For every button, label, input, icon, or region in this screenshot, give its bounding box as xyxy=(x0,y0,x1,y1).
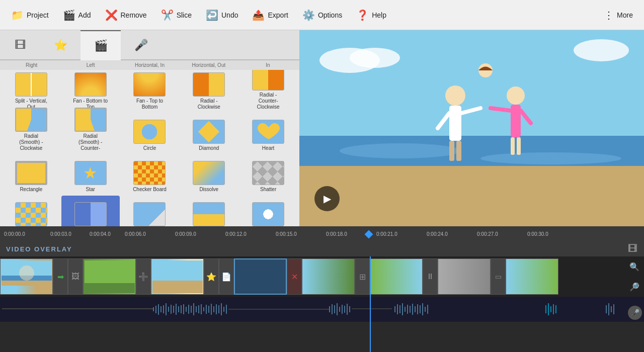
help-button[interactable]: ❓ Help xyxy=(349,6,393,24)
clip-family[interactable] xyxy=(151,258,204,295)
svg-rect-49 xyxy=(188,305,189,314)
svg-rect-83 xyxy=(412,304,413,315)
timeline-playhead xyxy=(370,256,371,352)
svg-rect-95 xyxy=(606,305,607,313)
svg-rect-78 xyxy=(399,305,400,313)
transition-thumb-roll xyxy=(193,202,225,226)
mic-button[interactable]: 🎤 xyxy=(628,306,642,320)
svg-rect-16 xyxy=(511,137,515,155)
svg-rect-84 xyxy=(415,306,416,312)
trans-img-icon: 🖼 xyxy=(71,272,79,281)
clip-5[interactable] xyxy=(302,258,355,295)
svg-rect-74 xyxy=(349,306,350,312)
transition-label-radial-ccw: Radial - Counter-Clockwise xyxy=(250,92,286,110)
tab-favorites-icon: ⭐ xyxy=(54,39,67,52)
clip-trans-grid[interactable]: ⊞ xyxy=(355,258,370,295)
col-label-horiz-out: Horizontal, Out xyxy=(179,61,238,69)
svg-rect-59 xyxy=(213,306,214,312)
trans-page-icon: 📄 xyxy=(221,272,231,282)
svg-rect-73 xyxy=(347,304,348,315)
video-overlay-label: VIDEO OVERLAY 🎞 xyxy=(0,241,644,256)
time-ruler: 0:00:00.0 0:00:03.0 0:00:04.0 0:00:06.0 … xyxy=(0,226,644,241)
more-button[interactable]: ⋮ More xyxy=(597,6,640,24)
transition-thumb-radial-s-ccw xyxy=(74,108,107,132)
clip-dark[interactable] xyxy=(234,258,287,295)
slice-button[interactable]: ✂️ Slice xyxy=(154,6,199,24)
transition-label-dissolve: Dissolve xyxy=(199,187,218,193)
clip-6[interactable] xyxy=(370,258,423,295)
svg-rect-42 xyxy=(171,305,172,314)
transition-star[interactable]: Star xyxy=(61,154,120,195)
timeline-zoom-icon[interactable]: 🔎 xyxy=(629,282,639,292)
transition-thumb-rect xyxy=(15,161,47,185)
time-mark-3: 0:00:06.0 xyxy=(125,231,146,237)
clip-grass[interactable] xyxy=(83,258,136,295)
transition-radial-ccw[interactable]: Radial - Counter-Clockwise xyxy=(239,72,297,112)
clip-8[interactable] xyxy=(506,258,558,295)
timeline-strip-icon: 🎞 xyxy=(628,244,638,254)
clip-trans-7[interactable]: ▭ xyxy=(491,258,506,295)
svg-rect-40 xyxy=(166,303,167,315)
clip-trans-img[interactable]: 🖼 xyxy=(68,258,83,295)
transition-radial-s-ccw[interactable]: Radial (Smooth) - Counter- xyxy=(61,113,120,153)
svg-rect-93 xyxy=(553,304,554,314)
svg-rect-69 xyxy=(337,303,338,315)
undo-button[interactable]: ↩️ Undo xyxy=(199,6,245,24)
transition-shatter[interactable]: Shatter xyxy=(239,154,297,195)
clip-7[interactable] xyxy=(438,258,491,295)
transition-diamond[interactable]: Diamond xyxy=(180,113,238,153)
svg-rect-61 xyxy=(218,305,219,313)
transition-flip[interactable]: Flip xyxy=(61,196,120,226)
transition-radial-cw[interactable]: Radial - Clockwise xyxy=(180,72,238,112)
clip-trans-add[interactable]: ➕ xyxy=(136,258,151,295)
clip-trans-cross[interactable]: ✕ xyxy=(287,258,302,295)
transition-rectangle[interactable]: Rectangle xyxy=(2,154,60,195)
transition-label-star: Star xyxy=(86,187,95,193)
transition-squares[interactable]: Squares xyxy=(2,196,60,226)
timeline-search-icon[interactable]: 🔍 xyxy=(629,262,639,272)
transition-checker[interactable]: Checker Board xyxy=(121,154,179,195)
clip-trans-star[interactable]: ⭐ xyxy=(204,258,219,295)
svg-rect-57 xyxy=(208,306,209,313)
clip-trans-pause[interactable]: ⏸ xyxy=(423,258,438,295)
svg-rect-10 xyxy=(449,141,454,161)
transition-circle[interactable]: Circle xyxy=(121,113,179,153)
svg-rect-64 xyxy=(226,305,227,314)
more-label: More xyxy=(617,11,633,19)
clip-trans-page[interactable]: 📄 xyxy=(219,258,234,295)
options-button[interactable]: ⚙️ Options xyxy=(295,6,349,24)
tab-video[interactable]: 🎞 xyxy=(0,30,40,60)
export-button[interactable]: 📤 Export xyxy=(245,6,295,24)
play-icon: ▶ xyxy=(324,193,331,205)
tab-video-icon: 🎞 xyxy=(15,39,26,52)
project-button[interactable]: 📁 Project xyxy=(4,6,56,24)
transition-zoom[interactable]: Zoom xyxy=(239,196,297,226)
clip-beach-1[interactable] xyxy=(0,258,53,295)
add-button[interactable]: 🎬 Add xyxy=(56,6,98,24)
timeline-area: 0:00:00.0 0:00:03.0 0:00:04.0 0:00:06.0 … xyxy=(0,226,644,352)
transition-dissolve[interactable]: Dissolve xyxy=(180,154,238,195)
play-button[interactable]: ▶ xyxy=(314,186,340,211)
tab-audio[interactable]: 🎤 xyxy=(121,30,161,60)
transition-thumb-radial-s-cw xyxy=(15,108,47,132)
tab-transitions[interactable]: 🎬 xyxy=(80,30,121,60)
help-icon: ❓ xyxy=(356,9,369,21)
transition-thumb-checker xyxy=(133,161,166,185)
transition-heart[interactable]: Heart xyxy=(239,113,297,153)
transition-label-radial-cw: Radial - Clockwise xyxy=(191,98,227,110)
svg-rect-4 xyxy=(299,166,644,226)
remove-button[interactable]: ❌ Remove xyxy=(98,6,154,24)
tab-transitions-icon: 🎬 xyxy=(94,39,108,52)
timeline-tracks: ➡ 🖼 ➕ xyxy=(0,256,644,352)
tab-favorites[interactable]: ⭐ xyxy=(40,30,80,60)
transition-radial-s-cw[interactable]: Radial (Smooth) - Clockwise xyxy=(2,113,60,153)
transition-fan-btm[interactable]: Fan - Bottom to Top xyxy=(61,72,120,112)
transition-fan-top[interactable]: Fan - Top to Bottom xyxy=(121,72,179,112)
transition-roll[interactable]: Roll xyxy=(180,196,238,226)
transition-split-v[interactable]: Split - Vertical, Out xyxy=(2,72,60,112)
transition-pagecurl[interactable]: Page Curl xyxy=(121,196,179,226)
svg-rect-70 xyxy=(339,307,340,312)
clip-trans-move[interactable]: ➡ xyxy=(53,258,68,295)
transition-thumb-pagecurl xyxy=(133,202,166,226)
trans-cross-icon: ✕ xyxy=(291,272,298,282)
